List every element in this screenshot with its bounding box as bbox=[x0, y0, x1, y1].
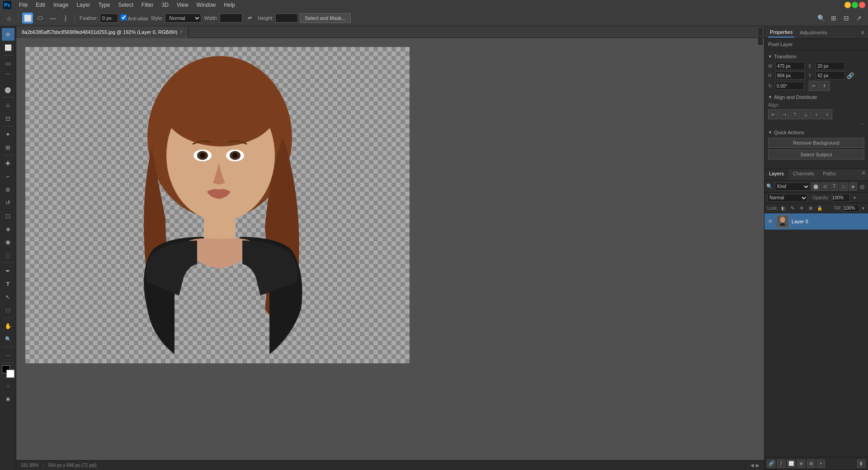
canvas-container[interactable] bbox=[16, 38, 764, 460]
menu-filter[interactable]: Filter bbox=[138, 1, 157, 9]
menu-help[interactable]: Help bbox=[220, 1, 239, 9]
width-input[interactable] bbox=[220, 14, 242, 23]
x-transform-input[interactable] bbox=[816, 62, 845, 70]
blend-mode-select[interactable]: Normal Dissolve Multiply Screen Overlay bbox=[767, 194, 808, 202]
style-select[interactable]: Normal Fixed Ratio Fixed Size bbox=[165, 14, 201, 23]
rect-marquee-tool[interactable]: ▭ bbox=[2, 57, 14, 70]
lock-artboard-btn[interactable]: ⊞ bbox=[807, 205, 814, 212]
document-tab[interactable]: 8a2b6385af57bbc85690fed48431d255.jpg @ 1… bbox=[16, 26, 189, 38]
link-transform-icon[interactable]: 🔗 bbox=[847, 72, 854, 79]
properties-tab[interactable]: Properties bbox=[768, 28, 794, 38]
menu-window[interactable]: Window bbox=[193, 1, 220, 9]
ruler-tool[interactable]: ⊞ bbox=[2, 141, 14, 154]
remove-background-button[interactable]: Remove Background bbox=[768, 138, 864, 148]
properties-more-btn[interactable]: ≡ bbox=[861, 29, 864, 36]
shape-tool[interactable]: □ bbox=[2, 304, 14, 316]
crop-tool[interactable]: ⊹ bbox=[2, 99, 14, 112]
add-style-btn[interactable]: ƒ bbox=[777, 460, 785, 468]
lock-all-btn[interactable]: 🔒 bbox=[816, 205, 823, 212]
filter-pixel-btn[interactable]: ⬤ bbox=[811, 183, 820, 191]
menu-type[interactable]: Type bbox=[94, 1, 113, 9]
blur-tool[interactable]: ◉ bbox=[2, 235, 14, 248]
filter-adjustment-btn[interactable]: ⊙ bbox=[821, 183, 829, 191]
new-layer-btn[interactable]: + bbox=[817, 460, 825, 468]
select-subject-button[interactable]: Select Subject bbox=[768, 150, 864, 160]
layer-item-0[interactable]: 👁 Layer 0 bbox=[764, 213, 868, 230]
hand-tool[interactable]: ✋ bbox=[2, 320, 14, 332]
align-left-edge-btn[interactable]: ⊢ bbox=[768, 109, 778, 119]
swap-wh-btn[interactable]: ⇌ bbox=[244, 13, 255, 24]
layers-more-btn[interactable]: ≡ bbox=[862, 169, 865, 180]
type-tool[interactable]: T bbox=[2, 277, 14, 290]
delete-layer-btn[interactable]: 🗑 bbox=[857, 460, 865, 468]
fill-input[interactable] bbox=[843, 205, 859, 212]
search-icon[interactable]: 🔍 bbox=[816, 13, 826, 24]
healing-tool[interactable]: ✚ bbox=[2, 157, 14, 169]
add-mask-btn[interactable]: ⬜ bbox=[787, 460, 795, 468]
transform-header[interactable]: ▼ Transform bbox=[768, 54, 864, 59]
align-bottom-edge-btn[interactable]: ⊧ bbox=[822, 109, 832, 119]
rect-marquee-btn[interactable]: ⬜ bbox=[22, 13, 33, 24]
align-h-center-btn[interactable]: ⊣ bbox=[779, 109, 789, 119]
move-tool[interactable]: ✥ bbox=[2, 28, 14, 41]
quick-select-tool[interactable]: ⬤ bbox=[2, 83, 14, 96]
pen-tool[interactable]: ✒ bbox=[2, 264, 14, 277]
status-arrow-left[interactable]: ◀ bbox=[750, 463, 754, 468]
tab-close-btn[interactable]: × bbox=[180, 29, 183, 34]
zoom-tool[interactable]: 🔍 bbox=[2, 333, 14, 345]
gradient-tool[interactable]: ◈ bbox=[2, 222, 14, 235]
opacity-arrow[interactable]: ▼ bbox=[853, 196, 857, 200]
minimize-button[interactable] bbox=[844, 2, 851, 8]
eyedropper-tool[interactable]: ✦ bbox=[2, 128, 14, 141]
y-transform-input[interactable] bbox=[816, 71, 845, 80]
screen-mode-btn[interactable]: ▣ bbox=[2, 392, 14, 405]
lasso-tool[interactable]: ⌒ bbox=[2, 70, 14, 83]
filter-active-btn[interactable]: ◎ bbox=[858, 183, 866, 191]
feather-input[interactable] bbox=[100, 14, 118, 23]
height-transform-input[interactable] bbox=[775, 71, 805, 80]
lock-transparent-btn[interactable]: ◧ bbox=[780, 205, 787, 212]
flip-h-btn[interactable]: ⇔ bbox=[809, 81, 819, 91]
channels-tab[interactable]: Channels bbox=[788, 169, 818, 180]
frame-tool[interactable]: ⊡ bbox=[2, 112, 14, 125]
layers-tab[interactable]: Layers bbox=[764, 169, 788, 180]
close-button[interactable] bbox=[859, 2, 865, 8]
align-top-edge-btn[interactable]: ⊥ bbox=[801, 109, 811, 119]
fill-arrow[interactable]: ▼ bbox=[861, 206, 865, 211]
flip-v-btn[interactable]: ⇕ bbox=[820, 81, 830, 91]
select-mask-button[interactable]: Select and Mask... bbox=[300, 13, 351, 23]
height-input[interactable] bbox=[275, 14, 298, 23]
lock-image-btn[interactable]: ✎ bbox=[789, 205, 796, 212]
filter-shape-btn[interactable]: □ bbox=[840, 183, 848, 191]
background-color[interactable] bbox=[6, 370, 14, 378]
align-header[interactable]: ▼ Align and Distribute bbox=[768, 94, 864, 100]
distribute-more-btn[interactable]: ··· bbox=[768, 121, 864, 126]
width-transform-input[interactable] bbox=[775, 62, 805, 70]
quick-actions-header[interactable]: ▼ Quick Actions bbox=[768, 130, 864, 135]
brush-tool[interactable]: ⌐ bbox=[2, 170, 14, 183]
single-row-btn[interactable]: — bbox=[47, 13, 58, 24]
arrange-icon[interactable]: ⊟ bbox=[841, 13, 852, 24]
rotate-input[interactable] bbox=[775, 82, 804, 90]
eraser-tool[interactable]: ◻ bbox=[2, 209, 14, 222]
anti-alias-checkbox[interactable] bbox=[121, 14, 127, 20]
align-v-center-btn[interactable]: ⊦ bbox=[811, 109, 821, 119]
menu-select[interactable]: Select bbox=[114, 1, 137, 9]
clone-tool[interactable]: ⊛ bbox=[2, 183, 14, 196]
menu-layer[interactable]: Layer bbox=[73, 1, 94, 9]
ellipse-marquee-btn[interactable]: ⬭ bbox=[35, 13, 46, 24]
single-col-btn[interactable]: | bbox=[60, 13, 71, 24]
paths-tab[interactable]: Paths bbox=[819, 169, 840, 180]
filter-smart-btn[interactable]: ◈ bbox=[849, 183, 857, 191]
menu-3d[interactable]: 3D bbox=[158, 1, 172, 9]
path-select-tool[interactable]: ↖ bbox=[2, 291, 14, 303]
layer-filter-select[interactable]: Kind bbox=[775, 183, 810, 191]
align-right-edge-btn[interactable]: ⊤ bbox=[790, 109, 800, 119]
lock-position-btn[interactable]: ✛ bbox=[798, 205, 805, 212]
adjustments-tab[interactable]: Adjustments bbox=[798, 28, 829, 37]
quick-mask-btn[interactable]: ⬦ bbox=[2, 379, 14, 392]
menu-image[interactable]: Image bbox=[50, 1, 72, 9]
opacity-input[interactable] bbox=[832, 194, 850, 202]
history-brush-tool[interactable]: ↺ bbox=[2, 196, 14, 209]
filter-type-btn[interactable]: T bbox=[830, 183, 839, 191]
